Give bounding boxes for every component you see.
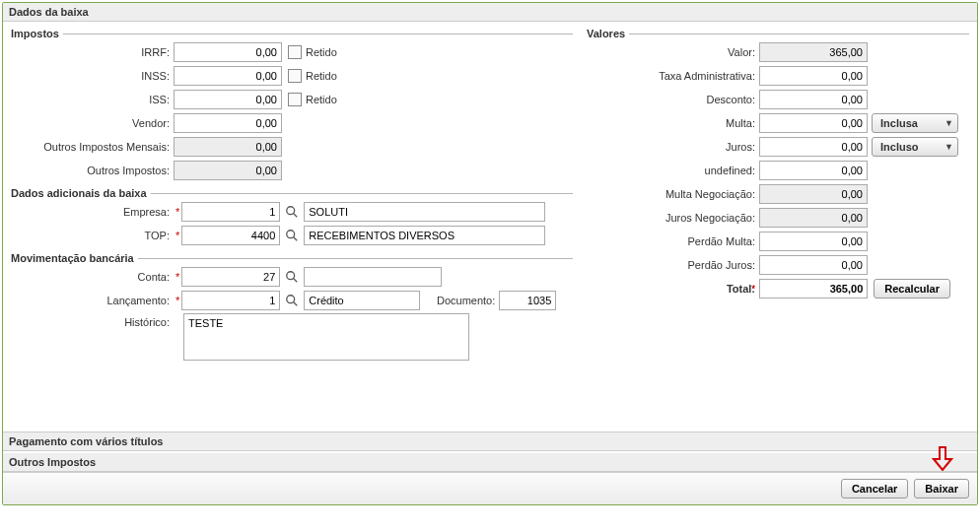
svg-line-7: [294, 302, 298, 306]
pmulta-label: Perdão Multa:: [587, 235, 759, 247]
impostos-fieldset: Impostos IRRF: Retido INSS:: [11, 28, 573, 183]
impostos-legend: Impostos: [11, 28, 63, 39]
irrf-retido-checkbox[interactable]: [288, 45, 302, 59]
svg-point-0: [287, 207, 295, 215]
baixar-button[interactable]: Baixar: [914, 479, 969, 498]
multa-input[interactable]: [759, 113, 868, 133]
multa-label: Multa:: [587, 117, 759, 129]
iss-retido-checkbox[interactable]: [288, 93, 302, 106]
svg-line-5: [294, 279, 298, 283]
required-marker: *: [174, 206, 181, 218]
chevron-down-icon: ▼: [945, 142, 953, 152]
juros-label: Juros:: [587, 141, 759, 153]
juros-input[interactable]: [759, 137, 868, 157]
dados-adicionais-fieldset: Dados adicionais da baixa Empresa: * TOP…: [11, 187, 573, 248]
pjuros-input[interactable]: [759, 255, 868, 275]
documento-input[interactable]: [499, 291, 556, 310]
iss-retido-label: Retido: [306, 94, 337, 105]
irrf-input[interactable]: [174, 42, 282, 62]
empresa-label: Empresa:: [11, 206, 174, 218]
inss-retido-checkbox[interactable]: [288, 69, 302, 83]
conta-lookup-icon[interactable]: [282, 267, 302, 287]
mov-bancaria-legend: Movimentação bancária: [11, 252, 138, 264]
total-label: Total:: [587, 283, 759, 295]
taxa-label: Taxa Administrativa:: [587, 70, 759, 82]
top-code-input[interactable]: [181, 226, 280, 245]
undef-label: undefined:: [587, 165, 759, 176]
iss-input[interactable]: [174, 90, 282, 109]
historico-textarea[interactable]: TESTE: [183, 313, 469, 361]
irrf-retido-label: Retido: [306, 46, 337, 58]
svg-point-4: [287, 272, 295, 280]
conta-desc-input[interactable]: [304, 267, 442, 287]
lanc-label: Lançamento:: [11, 295, 174, 306]
pmulta-input[interactable]: [759, 232, 868, 251]
dados-baixa-panel: Dados da baixa Impostos IRRF: Retido: [2, 2, 978, 505]
svg-point-6: [287, 296, 295, 303]
svg-point-2: [287, 231, 295, 238]
documento-label: Documento:: [420, 295, 499, 306]
pjuros-label: Perdão Juros:: [587, 259, 759, 271]
required-marker: *: [174, 271, 181, 283]
lanc-lookup-icon[interactable]: [282, 291, 302, 310]
oi-input: [174, 161, 282, 180]
irrf-label: IRRF:: [11, 46, 174, 58]
recalcular-button[interactable]: Recalcular: [874, 279, 950, 299]
required-marker: *: [749, 283, 757, 295]
undef-input[interactable]: [759, 161, 868, 180]
mneg-label: Multa Negociação:: [587, 188, 759, 200]
oim-label: Outros Impostos Mensais:: [11, 141, 174, 153]
total-input[interactable]: [759, 279, 868, 299]
taxa-input[interactable]: [759, 66, 868, 86]
vendor-input[interactable]: [174, 113, 282, 133]
section-outros-impostos[interactable]: Outros Impostos: [3, 453, 977, 472]
dados-adicionais-legend: Dados adicionais da baixa: [11, 187, 151, 199]
mneg-input: [759, 184, 868, 204]
lanc-code-input[interactable]: [181, 291, 280, 310]
chevron-down-icon: ▼: [945, 118, 953, 128]
desconto-input[interactable]: [759, 90, 868, 109]
multa-dropdown-label: Inclusa: [880, 117, 918, 129]
vendor-label: Vendor:: [11, 117, 174, 129]
cancelar-button[interactable]: Cancelar: [841, 479, 908, 498]
required-marker: *: [174, 230, 181, 241]
inss-input[interactable]: [174, 66, 282, 86]
mov-bancaria-fieldset: Movimentação bancária Conta: * Lançament…: [11, 252, 573, 363]
top-desc-input[interactable]: [304, 226, 545, 245]
inss-retido-label: Retido: [306, 70, 337, 82]
lanc-desc-input[interactable]: [304, 291, 420, 310]
multa-dropdown[interactable]: Inclusa ▼: [872, 113, 958, 133]
jneg-label: Juros Negociação:: [587, 212, 759, 224]
desconto-label: Desconto:: [587, 94, 759, 105]
historico-label: Histórico:: [11, 313, 174, 328]
top-label: TOP:: [11, 230, 174, 241]
valores-fieldset: Valores Valor: Taxa Administrativa: Desc…: [587, 28, 969, 301]
empresa-lookup-icon[interactable]: [282, 202, 302, 222]
conta-label: Conta:: [11, 271, 174, 283]
valor-label: Valor:: [587, 46, 759, 58]
valores-legend: Valores: [587, 28, 629, 39]
top-lookup-icon[interactable]: [282, 226, 302, 245]
svg-line-3: [294, 237, 298, 241]
required-marker: *: [174, 295, 181, 306]
section-pagamento[interactable]: Pagamento com vários títulos: [3, 431, 977, 451]
conta-code-input[interactable]: [181, 267, 280, 287]
svg-line-1: [294, 214, 298, 218]
jneg-input: [759, 208, 868, 228]
iss-label: ISS:: [11, 94, 174, 105]
juros-dropdown-label: Incluso: [880, 141, 919, 153]
valor-input: [759, 42, 868, 62]
juros-dropdown[interactable]: Incluso ▼: [872, 137, 958, 157]
oi-label: Outros Impostos:: [11, 165, 174, 176]
empresa-desc-input[interactable]: [304, 202, 545, 222]
footer: Cancelar Baixar: [3, 472, 977, 504]
panel-title: Dados da baixa: [3, 3, 977, 22]
panel-body: Impostos IRRF: Retido INSS:: [3, 22, 977, 430]
inss-label: INSS:: [11, 70, 174, 82]
oim-input: [174, 137, 282, 157]
empresa-code-input[interactable]: [181, 202, 280, 222]
